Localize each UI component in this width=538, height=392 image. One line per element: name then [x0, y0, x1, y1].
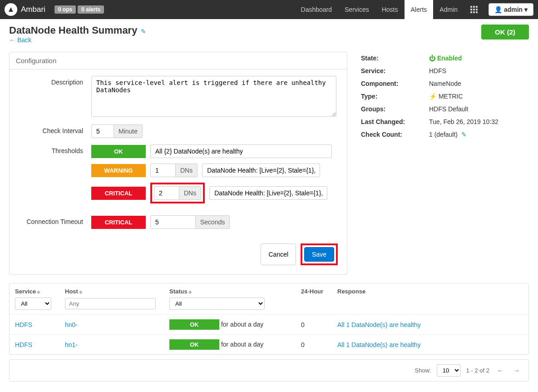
filter-status[interactable]: All [169, 298, 265, 310]
threshold-critical-msg[interactable] [209, 186, 327, 200]
threshold-ok-msg[interactable] [150, 144, 332, 158]
nav-admin[interactable]: Admin [433, 0, 464, 19]
side-count-label: Check Count: [361, 131, 429, 138]
description-textarea[interactable]: This service-level alert is triggered if… [91, 76, 336, 117]
apps-grid-icon[interactable] [464, 0, 484, 19]
row-status-badge: OK [169, 319, 219, 330]
side-changed-label: Last Changed: [361, 118, 429, 125]
brand-text: Ambari [21, 5, 45, 14]
sort-icon[interactable]: ◆ [79, 289, 83, 294]
side-type-label: Type: [361, 93, 429, 100]
label-conn-timeout: Connection Timeout [19, 215, 91, 225]
threshold-critical-unit: DNs [179, 186, 201, 200]
power-icon: ⏻ [429, 55, 437, 62]
side-changed-val: Tue, Feb 26, 2019 10:32 [429, 118, 529, 125]
row-24hour: 0 [296, 335, 332, 355]
pagination: Show: 10 1 - 2 of 2 ← → [9, 359, 529, 382]
page-title: DataNode Health Summary [9, 25, 137, 36]
side-type-val: ⚡ METRIC [429, 93, 529, 100]
th-host[interactable]: Host [65, 288, 78, 295]
user-icon: 👤 [494, 6, 502, 13]
side-count-val: 1 (default) ✎ [429, 131, 529, 138]
threshold-warning-value[interactable] [150, 164, 176, 177]
nav-services[interactable]: Services [338, 0, 375, 19]
back-link[interactable]: ← Back [9, 36, 146, 44]
highlighted-save: Save [301, 243, 338, 265]
caret-down-icon: ▾ [524, 6, 528, 13]
ambari-logo-icon: ▲ [5, 3, 17, 16]
pager-prev-icon[interactable]: ← [495, 367, 506, 375]
edit-count-icon[interactable]: ✎ [461, 131, 467, 138]
save-button[interactable]: Save [304, 247, 334, 262]
pager-next-icon[interactable]: → [511, 367, 522, 375]
threshold-warning-msg[interactable] [202, 164, 320, 177]
side-state-val[interactable]: ⏻ Enabled [429, 55, 529, 62]
alert-details-sidebar: State:⏻ Enabled Service:HDFS Component:N… [361, 52, 529, 275]
side-service-label: Service: [361, 67, 429, 74]
nav-hosts[interactable]: Hosts [375, 0, 405, 19]
threshold-critical-value[interactable] [154, 186, 179, 200]
interval-unit: Minute [114, 124, 143, 138]
admin-menu-button[interactable]: 👤 admin ▾ [489, 3, 533, 16]
table-row: HDFShn1-OK for about a day0All 1 DataNod… [10, 335, 528, 355]
status-summary-badge[interactable]: OK (2) [481, 25, 529, 40]
filter-host[interactable] [65, 298, 156, 309]
top-navbar: ▲ Ambari 0 ops 0 alerts Dashboard Servic… [0, 0, 538, 19]
sort-icon[interactable]: ◆ [188, 289, 192, 294]
label-thresholds: Thresholds [19, 144, 91, 154]
arrow-left-icon: ← [9, 36, 15, 44]
check-interval-input[interactable] [91, 124, 114, 138]
cancel-button[interactable]: Cancel [261, 243, 296, 265]
side-groups-val: HDFS Default [429, 105, 529, 113]
side-service-val: HDFS [429, 67, 529, 74]
pager-show-label: Show: [415, 367, 431, 374]
table-row: HDFShn0-OK for about a day0All 1 DataNod… [10, 315, 528, 335]
instances-table: Service◆ Host◆ Status◆ 24-Hour Response … [9, 283, 529, 355]
nav-dashboard[interactable]: Dashboard [295, 0, 339, 19]
nav-alerts[interactable]: Alerts [405, 0, 434, 19]
row-service-link[interactable]: HDFS [15, 321, 32, 328]
side-state-label: State: [361, 55, 429, 62]
pager-range: 1 - 2 of 2 [466, 367, 489, 374]
bolt-icon: ⚡ [429, 93, 437, 100]
row-service-link[interactable]: HDFS [15, 341, 32, 348]
side-component-val: NameNode [429, 80, 529, 87]
th-service[interactable]: Service [15, 288, 36, 295]
threshold-ok-badge: OK [91, 145, 146, 158]
label-check-interval: Check Interval [19, 124, 91, 134]
configuration-panel: Configuration Description This service-l… [9, 52, 347, 275]
side-component-label: Component: [361, 80, 429, 87]
row-since: for about a day [221, 321, 263, 328]
brand[interactable]: ▲ Ambari [5, 3, 45, 16]
timeout-value[interactable] [150, 215, 196, 229]
row-host-link[interactable]: hn1- [65, 341, 78, 348]
th-status[interactable]: Status [169, 288, 188, 295]
timeout-critical-badge: CRITICAL [91, 216, 146, 229]
th-response: Response [337, 288, 365, 295]
threshold-critical-badge: CRITICAL [91, 187, 146, 200]
side-groups-label: Groups: [361, 105, 429, 113]
row-response-link[interactable]: All 1 DataNode(s) are healthy [337, 321, 421, 328]
threshold-warning-unit: DNs [176, 164, 197, 177]
threshold-warning-badge: WARNING [91, 164, 146, 177]
ops-badge[interactable]: 0 ops [54, 5, 76, 14]
pager-size-select[interactable]: 10 [437, 364, 461, 377]
th-hour: 24-Hour [301, 288, 323, 295]
highlighted-critical-input: DNs [150, 183, 205, 203]
edit-title-icon[interactable]: ✎ [141, 28, 146, 35]
row-24hour: 0 [296, 315, 332, 335]
filter-service[interactable]: All [15, 298, 51, 310]
row-status-badge: OK [169, 339, 219, 350]
row-since: for about a day [221, 341, 263, 348]
timeout-unit: Seconds [196, 215, 230, 229]
sort-icon[interactable]: ◆ [37, 289, 40, 294]
alerts-badge[interactable]: 0 alerts [78, 5, 104, 14]
row-host-link[interactable]: hn0- [65, 321, 78, 328]
row-response-link[interactable]: All 1 DataNode(s) are healthy [337, 341, 421, 348]
label-description: Description [19, 76, 91, 86]
config-heading: Configuration [10, 52, 347, 69]
